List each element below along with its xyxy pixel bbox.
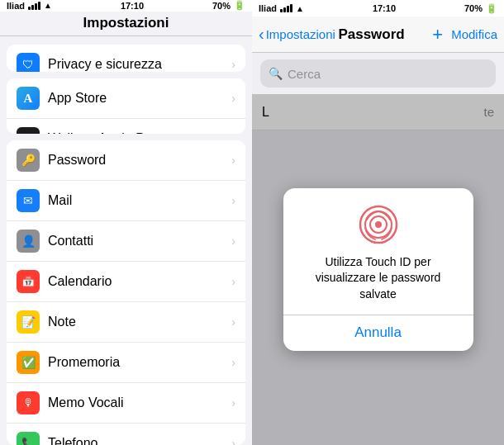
left-time: 17:10 (121, 1, 144, 11)
promemoria-chevron: › (231, 356, 235, 369)
contatti-chevron: › (231, 234, 235, 248)
settings-item-memo[interactable]: 🎙 Memo Vocali › (7, 383, 245, 424)
right-carrier: Iliad (259, 3, 277, 13)
memo-chevron: › (231, 396, 235, 409)
settings-section-2: A App Store › ▣ Wallet e Apple Pay › (7, 78, 245, 134)
privacy-label: Privacy e sicurezza (48, 57, 231, 72)
back-chevron-icon: ‹ (259, 25, 264, 44)
right-signal-bar-4 (290, 4, 292, 12)
settings-section-3: 🔑 Password › ✉ Mail › 👤 Contatti › 📅 Cal… (7, 140, 245, 445)
wallet-label: Wallet e Apple Pay (48, 131, 231, 134)
left-battery-icon: 🔋 (234, 0, 245, 11)
calendario-label: Calendario (48, 274, 231, 289)
calendario-icon: 📅 (17, 270, 40, 293)
search-bar[interactable]: 🔍 Cerca (260, 59, 496, 88)
left-battery-pct: 70% (212, 1, 231, 11)
dialog-overlay: Utilizza Touch ID per visualizzare le pa… (252, 94, 504, 445)
settings-item-wallet[interactable]: ▣ Wallet e Apple Pay › (7, 119, 245, 134)
signal-bar-2 (31, 5, 34, 10)
dialog-text: Utilizza Touch ID per visualizzare le pa… (297, 254, 460, 303)
wallet-icon: ▣ (17, 127, 40, 134)
privacy-chevron: › (231, 58, 235, 71)
signal-bar-4 (38, 2, 40, 10)
right-time: 17:10 (373, 3, 396, 13)
settings-item-telefono[interactable]: 📞 Telefono › (7, 424, 245, 445)
right-signal-bar-3 (287, 6, 289, 12)
settings-item-mail[interactable]: ✉ Mail › (7, 181, 245, 221)
appstore-label: App Store (48, 91, 231, 106)
telefono-chevron: › (231, 437, 235, 445)
search-placeholder: Cerca (288, 67, 321, 81)
telefono-icon: 📞 (17, 432, 40, 445)
password-label: Password (48, 153, 231, 168)
memo-label: Memo Vocali (48, 395, 231, 410)
appstore-icon: A (17, 87, 40, 110)
telefono-label: Telefono (48, 436, 231, 445)
right-signal-bar-1 (280, 9, 283, 12)
settings-item-contatti[interactable]: 👤 Contatti › (7, 221, 245, 262)
right-content: L te U (252, 94, 504, 445)
right-battery-icon: 🔋 (486, 3, 497, 14)
privacy-icon: 🛡 (17, 53, 40, 72)
signal-bar-3 (35, 3, 37, 10)
right-wifi-icon: ▲ (296, 4, 304, 13)
promemoria-icon: ✅ (17, 351, 40, 374)
dialog-box: Utilizza Touch ID per visualizzare le pa… (283, 188, 473, 351)
right-nav-actions: + Modifica (432, 24, 497, 45)
left-wifi-icon: ▲ (44, 1, 52, 10)
left-carrier: Iliad (7, 1, 25, 11)
right-signal-bar-2 (283, 7, 286, 12)
mail-label: Mail (48, 193, 231, 208)
appstore-chevron: › (231, 92, 235, 105)
edit-button[interactable]: Modifica (451, 27, 497, 41)
left-status-bar: Iliad ▲ 17:10 70% 🔋 (0, 0, 252, 12)
right-status-bar: Iliad ▲ 17:10 70% 🔋 (252, 0, 504, 17)
search-icon: 🔍 (269, 67, 283, 80)
add-button[interactable]: + (432, 24, 443, 45)
memo-icon: 🎙 (17, 391, 40, 414)
password-chevron: › (231, 154, 235, 167)
dialog-cancel-button[interactable]: Annulla (283, 315, 473, 351)
touch-id-icon (359, 205, 398, 244)
left-nav-title: Impostazioni (83, 15, 169, 31)
contatti-label: Contatti (48, 234, 231, 249)
settings-item-privacy[interactable]: 🛡 Privacy e sicurezza › (7, 45, 245, 72)
mail-chevron: › (231, 194, 235, 207)
right-battery-pct: 70% (464, 3, 483, 13)
right-nav-bar: ‹ Impostazioni Password + Modifica (252, 17, 504, 53)
left-nav-bar: Impostazioni (0, 12, 252, 37)
left-signal (28, 2, 40, 10)
settings-item-password[interactable]: 🔑 Password › (7, 140, 245, 181)
settings-item-appstore[interactable]: A App Store › (7, 78, 245, 119)
signal-bar-1 (28, 7, 31, 10)
right-panel: Iliad ▲ 17:10 70% 🔋 ‹ Impostazioni Passw… (252, 0, 504, 445)
right-signal (280, 4, 292, 12)
settings-item-calendario[interactable]: 📅 Calendario › (7, 262, 245, 302)
left-panel: Iliad ▲ 17:10 70% 🔋 Impostazioni 🛡 Priva… (0, 0, 252, 445)
wallet-chevron: › (231, 132, 235, 134)
search-bar-container: 🔍 Cerca (252, 53, 504, 94)
calendario-chevron: › (231, 275, 235, 288)
mail-icon: ✉ (17, 189, 40, 212)
promemoria-label: Promemoria (48, 355, 231, 370)
password-icon: 🔑 (17, 149, 40, 172)
settings-section-1: 🛡 Privacy e sicurezza › (7, 45, 245, 72)
right-status-right: 70% 🔋 (464, 3, 497, 14)
settings-item-promemoria[interactable]: ✅ Promemoria › (7, 343, 245, 383)
left-status-left: Iliad ▲ (7, 1, 52, 11)
right-status-left: Iliad ▲ (259, 3, 304, 13)
contatti-icon: 👤 (17, 230, 40, 253)
settings-item-note[interactable]: 📝 Note › (7, 302, 245, 343)
left-status-right: 70% 🔋 (212, 0, 245, 11)
note-icon: 📝 (17, 310, 40, 334)
svg-point-3 (375, 221, 382, 228)
right-nav-title: Password (311, 26, 432, 43)
note-chevron: › (231, 315, 235, 329)
note-label: Note (48, 315, 231, 329)
dialog-content: Utilizza Touch ID per visualizzare le pa… (283, 188, 473, 315)
